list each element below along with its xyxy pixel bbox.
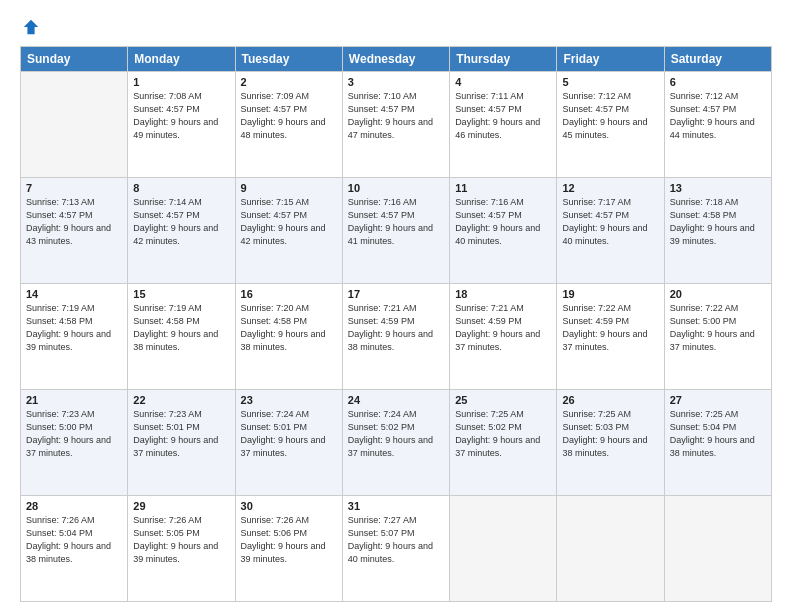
day-info: Sunrise: 7:08 AMSunset: 4:57 PMDaylight:… bbox=[133, 90, 229, 142]
calendar-cell bbox=[450, 496, 557, 602]
day-info: Sunrise: 7:26 AMSunset: 5:06 PMDaylight:… bbox=[241, 514, 337, 566]
day-number: 7 bbox=[26, 182, 122, 194]
calendar-cell: 27Sunrise: 7:25 AMSunset: 5:04 PMDayligh… bbox=[664, 390, 771, 496]
day-number: 30 bbox=[241, 500, 337, 512]
day-info: Sunrise: 7:18 AMSunset: 4:58 PMDaylight:… bbox=[670, 196, 766, 248]
day-info: Sunrise: 7:26 AMSunset: 5:05 PMDaylight:… bbox=[133, 514, 229, 566]
calendar-cell: 18Sunrise: 7:21 AMSunset: 4:59 PMDayligh… bbox=[450, 284, 557, 390]
calendar-cell: 24Sunrise: 7:24 AMSunset: 5:02 PMDayligh… bbox=[342, 390, 449, 496]
day-info: Sunrise: 7:13 AMSunset: 4:57 PMDaylight:… bbox=[26, 196, 122, 248]
day-info: Sunrise: 7:09 AMSunset: 4:57 PMDaylight:… bbox=[241, 90, 337, 142]
calendar-cell: 16Sunrise: 7:20 AMSunset: 4:58 PMDayligh… bbox=[235, 284, 342, 390]
day-number: 19 bbox=[562, 288, 658, 300]
day-number: 16 bbox=[241, 288, 337, 300]
calendar-cell bbox=[21, 72, 128, 178]
calendar-cell: 1Sunrise: 7:08 AMSunset: 4:57 PMDaylight… bbox=[128, 72, 235, 178]
day-info: Sunrise: 7:12 AMSunset: 4:57 PMDaylight:… bbox=[670, 90, 766, 142]
day-number: 4 bbox=[455, 76, 551, 88]
page: SundayMondayTuesdayWednesdayThursdayFrid… bbox=[0, 0, 792, 612]
calendar-cell bbox=[664, 496, 771, 602]
day-info: Sunrise: 7:26 AMSunset: 5:04 PMDaylight:… bbox=[26, 514, 122, 566]
calendar-cell: 3Sunrise: 7:10 AMSunset: 4:57 PMDaylight… bbox=[342, 72, 449, 178]
calendar-cell: 11Sunrise: 7:16 AMSunset: 4:57 PMDayligh… bbox=[450, 178, 557, 284]
calendar-week-1: 1Sunrise: 7:08 AMSunset: 4:57 PMDaylight… bbox=[21, 72, 772, 178]
day-info: Sunrise: 7:16 AMSunset: 4:57 PMDaylight:… bbox=[348, 196, 444, 248]
day-number: 14 bbox=[26, 288, 122, 300]
day-number: 28 bbox=[26, 500, 122, 512]
day-info: Sunrise: 7:22 AMSunset: 4:59 PMDaylight:… bbox=[562, 302, 658, 354]
calendar-cell: 5Sunrise: 7:12 AMSunset: 4:57 PMDaylight… bbox=[557, 72, 664, 178]
logo bbox=[20, 18, 40, 36]
day-number: 22 bbox=[133, 394, 229, 406]
day-info: Sunrise: 7:12 AMSunset: 4:57 PMDaylight:… bbox=[562, 90, 658, 142]
weekday-tuesday: Tuesday bbox=[235, 47, 342, 72]
calendar-week-2: 7Sunrise: 7:13 AMSunset: 4:57 PMDaylight… bbox=[21, 178, 772, 284]
day-number: 8 bbox=[133, 182, 229, 194]
day-number: 5 bbox=[562, 76, 658, 88]
day-number: 11 bbox=[455, 182, 551, 194]
weekday-wednesday: Wednesday bbox=[342, 47, 449, 72]
day-number: 1 bbox=[133, 76, 229, 88]
calendar-cell: 25Sunrise: 7:25 AMSunset: 5:02 PMDayligh… bbox=[450, 390, 557, 496]
svg-marker-0 bbox=[24, 20, 38, 34]
day-info: Sunrise: 7:21 AMSunset: 4:59 PMDaylight:… bbox=[455, 302, 551, 354]
day-number: 15 bbox=[133, 288, 229, 300]
calendar-cell: 23Sunrise: 7:24 AMSunset: 5:01 PMDayligh… bbox=[235, 390, 342, 496]
day-info: Sunrise: 7:21 AMSunset: 4:59 PMDaylight:… bbox=[348, 302, 444, 354]
weekday-saturday: Saturday bbox=[664, 47, 771, 72]
day-info: Sunrise: 7:24 AMSunset: 5:01 PMDaylight:… bbox=[241, 408, 337, 460]
day-number: 3 bbox=[348, 76, 444, 88]
logo-icon bbox=[22, 18, 40, 36]
calendar-cell: 2Sunrise: 7:09 AMSunset: 4:57 PMDaylight… bbox=[235, 72, 342, 178]
day-info: Sunrise: 7:23 AMSunset: 5:01 PMDaylight:… bbox=[133, 408, 229, 460]
calendar-cell: 12Sunrise: 7:17 AMSunset: 4:57 PMDayligh… bbox=[557, 178, 664, 284]
calendar-cell: 28Sunrise: 7:26 AMSunset: 5:04 PMDayligh… bbox=[21, 496, 128, 602]
day-info: Sunrise: 7:25 AMSunset: 5:04 PMDaylight:… bbox=[670, 408, 766, 460]
calendar-cell bbox=[557, 496, 664, 602]
calendar-cell: 15Sunrise: 7:19 AMSunset: 4:58 PMDayligh… bbox=[128, 284, 235, 390]
calendar-cell: 14Sunrise: 7:19 AMSunset: 4:58 PMDayligh… bbox=[21, 284, 128, 390]
weekday-friday: Friday bbox=[557, 47, 664, 72]
day-number: 13 bbox=[670, 182, 766, 194]
calendar-cell: 19Sunrise: 7:22 AMSunset: 4:59 PMDayligh… bbox=[557, 284, 664, 390]
calendar-cell: 17Sunrise: 7:21 AMSunset: 4:59 PMDayligh… bbox=[342, 284, 449, 390]
day-info: Sunrise: 7:25 AMSunset: 5:02 PMDaylight:… bbox=[455, 408, 551, 460]
day-number: 20 bbox=[670, 288, 766, 300]
calendar-cell: 9Sunrise: 7:15 AMSunset: 4:57 PMDaylight… bbox=[235, 178, 342, 284]
day-info: Sunrise: 7:24 AMSunset: 5:02 PMDaylight:… bbox=[348, 408, 444, 460]
day-number: 25 bbox=[455, 394, 551, 406]
calendar-cell: 13Sunrise: 7:18 AMSunset: 4:58 PMDayligh… bbox=[664, 178, 771, 284]
calendar-week-5: 28Sunrise: 7:26 AMSunset: 5:04 PMDayligh… bbox=[21, 496, 772, 602]
day-number: 2 bbox=[241, 76, 337, 88]
calendar-week-4: 21Sunrise: 7:23 AMSunset: 5:00 PMDayligh… bbox=[21, 390, 772, 496]
day-number: 6 bbox=[670, 76, 766, 88]
calendar-cell: 21Sunrise: 7:23 AMSunset: 5:00 PMDayligh… bbox=[21, 390, 128, 496]
day-number: 9 bbox=[241, 182, 337, 194]
day-info: Sunrise: 7:10 AMSunset: 4:57 PMDaylight:… bbox=[348, 90, 444, 142]
calendar-body: 1Sunrise: 7:08 AMSunset: 4:57 PMDaylight… bbox=[21, 72, 772, 602]
calendar-cell: 30Sunrise: 7:26 AMSunset: 5:06 PMDayligh… bbox=[235, 496, 342, 602]
day-number: 29 bbox=[133, 500, 229, 512]
day-number: 12 bbox=[562, 182, 658, 194]
day-number: 27 bbox=[670, 394, 766, 406]
day-info: Sunrise: 7:15 AMSunset: 4:57 PMDaylight:… bbox=[241, 196, 337, 248]
calendar-cell: 10Sunrise: 7:16 AMSunset: 4:57 PMDayligh… bbox=[342, 178, 449, 284]
day-info: Sunrise: 7:25 AMSunset: 5:03 PMDaylight:… bbox=[562, 408, 658, 460]
calendar-cell: 6Sunrise: 7:12 AMSunset: 4:57 PMDaylight… bbox=[664, 72, 771, 178]
day-number: 21 bbox=[26, 394, 122, 406]
day-info: Sunrise: 7:19 AMSunset: 4:58 PMDaylight:… bbox=[133, 302, 229, 354]
header bbox=[20, 18, 772, 36]
day-info: Sunrise: 7:20 AMSunset: 4:58 PMDaylight:… bbox=[241, 302, 337, 354]
day-number: 24 bbox=[348, 394, 444, 406]
calendar-cell: 4Sunrise: 7:11 AMSunset: 4:57 PMDaylight… bbox=[450, 72, 557, 178]
day-number: 18 bbox=[455, 288, 551, 300]
calendar-cell: 8Sunrise: 7:14 AMSunset: 4:57 PMDaylight… bbox=[128, 178, 235, 284]
day-info: Sunrise: 7:11 AMSunset: 4:57 PMDaylight:… bbox=[455, 90, 551, 142]
day-number: 26 bbox=[562, 394, 658, 406]
day-info: Sunrise: 7:14 AMSunset: 4:57 PMDaylight:… bbox=[133, 196, 229, 248]
day-info: Sunrise: 7:19 AMSunset: 4:58 PMDaylight:… bbox=[26, 302, 122, 354]
calendar-cell: 20Sunrise: 7:22 AMSunset: 5:00 PMDayligh… bbox=[664, 284, 771, 390]
day-number: 10 bbox=[348, 182, 444, 194]
day-info: Sunrise: 7:27 AMSunset: 5:07 PMDaylight:… bbox=[348, 514, 444, 566]
weekday-sunday: Sunday bbox=[21, 47, 128, 72]
